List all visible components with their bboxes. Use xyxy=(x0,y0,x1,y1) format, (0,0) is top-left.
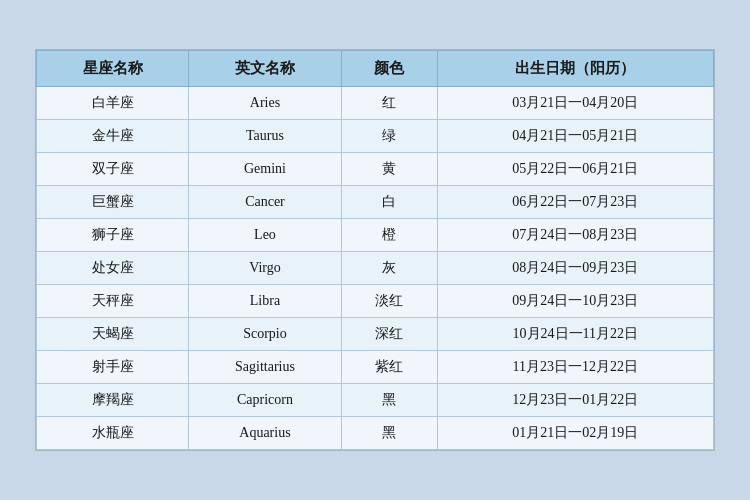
cell-english-name: Aries xyxy=(189,87,341,120)
cell-chinese-name: 处女座 xyxy=(37,252,189,285)
header-dates: 出生日期（阳历） xyxy=(437,51,713,87)
cell-chinese-name: 水瓶座 xyxy=(37,417,189,450)
table-row: 摩羯座Capricorn黑12月23日一01月22日 xyxy=(37,384,714,417)
cell-color: 红 xyxy=(341,87,437,120)
header-color: 颜色 xyxy=(341,51,437,87)
cell-dates: 09月24日一10月23日 xyxy=(437,285,713,318)
table-row: 白羊座Aries红03月21日一04月20日 xyxy=(37,87,714,120)
cell-dates: 05月22日一06月21日 xyxy=(437,153,713,186)
cell-chinese-name: 天蝎座 xyxy=(37,318,189,351)
cell-dates: 12月23日一01月22日 xyxy=(437,384,713,417)
cell-english-name: Taurus xyxy=(189,120,341,153)
cell-color: 灰 xyxy=(341,252,437,285)
cell-english-name: Virgo xyxy=(189,252,341,285)
cell-english-name: Leo xyxy=(189,219,341,252)
table-row: 射手座Sagittarius紫红11月23日一12月22日 xyxy=(37,351,714,384)
cell-chinese-name: 白羊座 xyxy=(37,87,189,120)
cell-dates: 08月24日一09月23日 xyxy=(437,252,713,285)
cell-chinese-name: 狮子座 xyxy=(37,219,189,252)
cell-chinese-name: 摩羯座 xyxy=(37,384,189,417)
cell-dates: 11月23日一12月22日 xyxy=(437,351,713,384)
cell-english-name: Gemini xyxy=(189,153,341,186)
table-row: 天蝎座Scorpio深红10月24日一11月22日 xyxy=(37,318,714,351)
cell-color: 黑 xyxy=(341,417,437,450)
cell-chinese-name: 天秤座 xyxy=(37,285,189,318)
cell-color: 白 xyxy=(341,186,437,219)
table-row: 狮子座Leo橙07月24日一08月23日 xyxy=(37,219,714,252)
cell-english-name: Sagittarius xyxy=(189,351,341,384)
cell-english-name: Capricorn xyxy=(189,384,341,417)
cell-dates: 04月21日一05月21日 xyxy=(437,120,713,153)
table-header-row: 星座名称 英文名称 颜色 出生日期（阳历） xyxy=(37,51,714,87)
table-row: 天秤座Libra淡红09月24日一10月23日 xyxy=(37,285,714,318)
cell-color: 黑 xyxy=(341,384,437,417)
table-body: 白羊座Aries红03月21日一04月20日金牛座Taurus绿04月21日一0… xyxy=(37,87,714,450)
cell-chinese-name: 双子座 xyxy=(37,153,189,186)
cell-dates: 10月24日一11月22日 xyxy=(437,318,713,351)
cell-dates: 01月21日一02月19日 xyxy=(437,417,713,450)
cell-english-name: Scorpio xyxy=(189,318,341,351)
cell-color: 黄 xyxy=(341,153,437,186)
cell-dates: 06月22日一07月23日 xyxy=(437,186,713,219)
cell-color: 深红 xyxy=(341,318,437,351)
cell-color: 紫红 xyxy=(341,351,437,384)
cell-dates: 03月21日一04月20日 xyxy=(437,87,713,120)
cell-chinese-name: 巨蟹座 xyxy=(37,186,189,219)
cell-chinese-name: 金牛座 xyxy=(37,120,189,153)
cell-color: 橙 xyxy=(341,219,437,252)
zodiac-table: 星座名称 英文名称 颜色 出生日期（阳历） 白羊座Aries红03月21日一04… xyxy=(36,50,714,450)
table-row: 金牛座Taurus绿04月21日一05月21日 xyxy=(37,120,714,153)
table-row: 水瓶座Aquarius黑01月21日一02月19日 xyxy=(37,417,714,450)
zodiac-table-container: 星座名称 英文名称 颜色 出生日期（阳历） 白羊座Aries红03月21日一04… xyxy=(35,49,715,451)
cell-chinese-name: 射手座 xyxy=(37,351,189,384)
table-row: 处女座Virgo灰08月24日一09月23日 xyxy=(37,252,714,285)
cell-english-name: Aquarius xyxy=(189,417,341,450)
header-chinese-name: 星座名称 xyxy=(37,51,189,87)
cell-color: 绿 xyxy=(341,120,437,153)
cell-english-name: Cancer xyxy=(189,186,341,219)
cell-dates: 07月24日一08月23日 xyxy=(437,219,713,252)
header-english-name: 英文名称 xyxy=(189,51,341,87)
cell-english-name: Libra xyxy=(189,285,341,318)
table-row: 巨蟹座Cancer白06月22日一07月23日 xyxy=(37,186,714,219)
cell-color: 淡红 xyxy=(341,285,437,318)
table-row: 双子座Gemini黄05月22日一06月21日 xyxy=(37,153,714,186)
